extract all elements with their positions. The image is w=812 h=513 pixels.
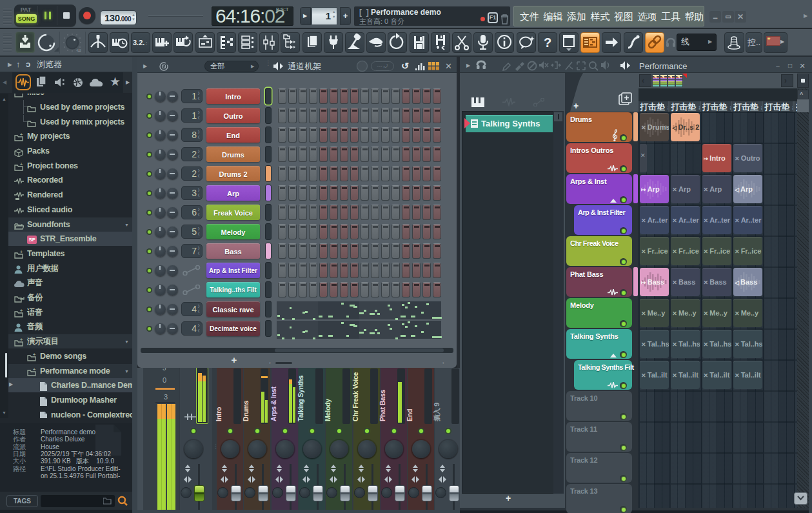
svg-text:3.2.: 3.2. [133,39,144,46]
svg-text:?: ? [544,35,551,50]
svg-text::: : [146,40,148,46]
